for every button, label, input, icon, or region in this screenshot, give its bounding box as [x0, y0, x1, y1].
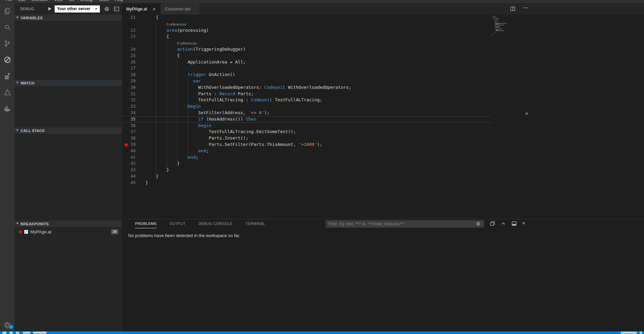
code-text[interactable]: } — [145, 180, 148, 186]
code-line-23[interactable]: 23{ — [122, 33, 491, 40]
code-text[interactable]: end; — [145, 154, 198, 161]
code-text[interactable]: if (HasAddress()) then — [145, 116, 256, 123]
code-line-25[interactable]: 25{ — [122, 53, 491, 59]
breakpoint-item[interactable]: ✓MyPAge.al39 — [15, 228, 122, 235]
menu-tasks[interactable]: Tasks — [95, 0, 112, 3]
maximize-panel-button[interactable] — [501, 221, 506, 228]
code-line-44[interactable]: 44} — [122, 173, 491, 180]
code-line-30[interactable]: 30WithOverloadedOperators: Codeunit With… — [122, 84, 491, 91]
gutter-line-44[interactable]: 44 — [122, 173, 145, 180]
code-text[interactable]: } — [145, 167, 169, 173]
section-header-variables[interactable]: ▾ VARIABLES — [15, 15, 122, 21]
code-line-31[interactable]: 31Parts : Record Parts; — [122, 91, 491, 97]
code-line-28[interactable]: 28trigger OnAction() — [122, 72, 491, 78]
panel-tab-problems[interactable]: PROBLEMS — [135, 219, 157, 228]
menu-selection[interactable]: Selection — [28, 0, 51, 3]
code-line-38[interactable]: 38Parts.Insert(); — [122, 135, 491, 142]
gutter-line-30[interactable]: 30 — [122, 84, 145, 91]
gutter-line-23[interactable]: 23 — [122, 33, 145, 40]
gutter-line-35[interactable]: 35 — [122, 116, 145, 123]
code-text[interactable]: } — [145, 160, 180, 167]
activity-item-debug[interactable] — [0, 52, 15, 68]
open-panes-button[interactable] — [490, 221, 495, 228]
code-text[interactable]: TestFullALTracing.EmitSomeText(); — [145, 129, 296, 135]
code-text[interactable]: var — [145, 78, 201, 84]
code-line-26[interactable]: 26ApplicationArea = All; — [122, 59, 491, 66]
gutter-line-34[interactable]: 34 — [122, 110, 145, 116]
gutter-line-21[interactable]: 21 — [122, 15, 145, 21]
code-line-22[interactable]: 22area(processing) — [122, 27, 491, 34]
code-text[interactable]: action(TriggeringDebugger) — [145, 46, 246, 53]
activity-item-source-control[interactable] — [0, 35, 15, 52]
activity-item-search[interactable] — [0, 19, 15, 35]
code-line-42[interactable]: 42} — [122, 160, 491, 167]
codelens-references[interactable]: 0 references — [122, 21, 491, 27]
gutter-line-41[interactable]: 41 — [122, 154, 145, 161]
debug-config-dropdown[interactable]: Your other server ▼ — [55, 5, 100, 12]
status-item[interactable] — [23, 332, 30, 334]
code-text[interactable]: begin — [145, 103, 201, 110]
close-panel-button[interactable]: × — [522, 220, 525, 226]
gutter-line-32[interactable]: 32 — [122, 97, 145, 103]
problems-filter-input[interactable] — [326, 220, 484, 228]
code-text[interactable]: { — [145, 53, 180, 59]
gutter-line-38[interactable]: 38 — [122, 135, 145, 142]
menu-go[interactable]: Go — [66, 0, 77, 3]
gutter-line-29[interactable]: 29 — [122, 78, 145, 84]
tab-mypage-al[interactable]: MyPAge.al× — [122, 3, 161, 15]
code-line-37[interactable]: 37TestFullALTracing.EmitSomeText(); — [122, 129, 491, 135]
activity-item-docker[interactable] — [0, 100, 15, 117]
start-debug-button[interactable] — [47, 6, 52, 11]
code-line-41[interactable]: 41end; — [122, 154, 491, 161]
gutter-line-31[interactable]: 31 — [122, 91, 145, 97]
activity-item-al-extension[interactable] — [0, 84, 15, 100]
code-text[interactable]: WithOverloadedOperators: Codeunit WithOv… — [145, 84, 352, 91]
code-text[interactable]: { — [145, 33, 169, 40]
activity-item-manage[interactable]: 1 — [0, 321, 15, 329]
gutter-line-36[interactable]: 36 — [122, 123, 145, 129]
code-text[interactable]: ApplicationArea = All; — [145, 59, 246, 66]
code-line-24[interactable]: 24action(TriggeringDebugger) — [122, 46, 491, 53]
section-header-breakpoints[interactable]: ▾ BREAKPOINTS — [15, 221, 122, 227]
code-line-32[interactable]: 32TestFullALTracing : Codeunit TestFullA… — [122, 97, 491, 103]
code-line-34[interactable]: 34SetFilter(Address, '<> A'); — [122, 110, 491, 116]
gutter-line-28[interactable]: 28 — [122, 72, 145, 78]
code-line-39[interactable]: 39Parts.SetFilter(Parts.ThisAmount, '>10… — [122, 142, 491, 148]
code-text[interactable]: trigger OnAction() — [145, 72, 235, 78]
panel-layout-button[interactable] — [511, 221, 517, 228]
debug-console-button[interactable] — [114, 6, 119, 12]
status-item[interactable] — [2, 332, 6, 334]
activity-item-explorer[interactable] — [0, 3, 15, 19]
gutter-line-37[interactable]: 37 — [122, 129, 145, 135]
code-text[interactable]: end; — [145, 148, 209, 154]
menu-debug[interactable]: Debug — [77, 0, 95, 3]
panel-tab-debug-console[interactable]: DEBUG CONSOLE — [198, 219, 232, 228]
status-item[interactable] — [9, 332, 13, 334]
gutter-line-42[interactable]: 42 — [122, 160, 145, 167]
status-item[interactable] — [16, 332, 19, 334]
menu-help[interactable]: Help — [112, 0, 126, 3]
filter-icon[interactable] — [476, 221, 481, 228]
code-line-36[interactable]: 36begin — [122, 123, 491, 129]
gutter-line-27[interactable]: 27 — [122, 65, 145, 72]
code-line-29[interactable]: 29var — [122, 78, 491, 84]
code-line-27[interactable]: 27 — [122, 65, 491, 72]
breakpoint-checkbox[interactable]: ✓ — [24, 230, 28, 234]
gutter-line-26[interactable]: 26 — [122, 59, 145, 66]
activity-item-extensions[interactable] — [0, 68, 15, 84]
code-text[interactable]: SetFilter(Address, '<> A'); — [145, 110, 270, 116]
gutter-line-24[interactable]: 24 — [122, 46, 145, 53]
breakpoint-icon[interactable] — [124, 143, 128, 147]
gutter-line-45[interactable]: 45 — [122, 180, 145, 186]
panel-tab-terminal[interactable]: TERMINAL — [245, 219, 265, 228]
panel-tab-output[interactable]: OUTPUT — [169, 219, 186, 228]
code-line-21[interactable]: 21{ — [122, 15, 491, 21]
code-text[interactable]: { — [145, 15, 159, 21]
menu-view[interactable]: View — [51, 0, 66, 3]
tab-customer-dal[interactable]: Customer.dal — [161, 3, 199, 15]
gutter-line-22[interactable]: 22 — [122, 27, 145, 34]
code-line-35[interactable]: 35if (HasAddress()) then — [122, 116, 491, 123]
configure-launch-button[interactable] — [104, 6, 110, 12]
minimap[interactable] — [491, 15, 512, 36]
more-actions-button[interactable]: ⋯ — [523, 5, 528, 11]
